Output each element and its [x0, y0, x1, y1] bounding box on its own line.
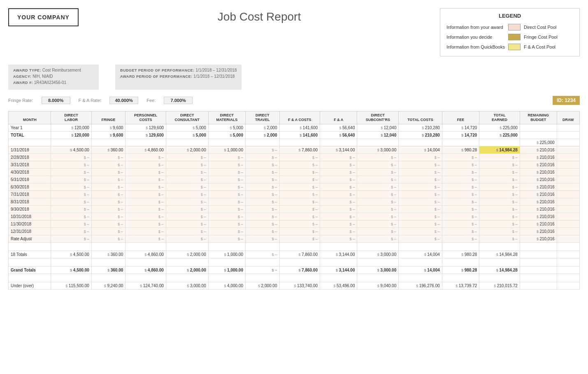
table-cell: $ – [91, 153, 126, 161]
award-number-label: AWARD #: [13, 81, 33, 85]
col-fringe: FRINGE [91, 112, 126, 124]
table-cell [399, 274, 442, 282]
table-cell: $ – [357, 228, 399, 235]
table-cell: $ 120,000 [51, 131, 91, 139]
legend-label-2: Information you decide [446, 35, 505, 39]
col-fee: FEE [442, 112, 479, 124]
table-cell [51, 242, 91, 251]
table-cell [51, 139, 91, 146]
budget-period-value: 1/1/2018 – 12/31/2018 [195, 68, 237, 72]
table-cell: $ – [245, 183, 279, 190]
legend-name-2: Fringe Cost Pool [524, 35, 573, 39]
table-cell: $ 196,276.00 [399, 282, 442, 289]
table-cell: $ – [91, 220, 126, 228]
table-cell: $ 210,280 [399, 131, 442, 139]
budget-row: $ 225,000 [9, 139, 580, 146]
table-cell: $ – [479, 220, 520, 228]
table-cell: $ – [166, 153, 208, 161]
table-cell: $ 53,496.00 [320, 282, 357, 289]
table-cell: $ – [279, 183, 320, 190]
table-cell: $ – [442, 176, 479, 183]
legend-item-1: Information from your award Direct Cost … [446, 22, 573, 32]
table-cell: $ – [279, 176, 320, 183]
award-period-value: 1/1/2018 – 12/31/2018 [193, 74, 235, 79]
table-cell: 7/31/2018 [9, 190, 51, 198]
table-cell: $ 133,740.00 [279, 282, 320, 289]
table-cell: $ – [399, 228, 442, 235]
table-cell: $ – [399, 235, 442, 242]
col-total-costs: TOTAL COSTS [399, 112, 442, 124]
table-cell [479, 242, 520, 251]
table-cell: $ 2,000.00 [166, 266, 208, 274]
table-cell: $ – [357, 205, 399, 213]
table-cell: $ 210,016 [520, 220, 557, 228]
table-cell: $ – [126, 176, 166, 183]
fa-rate-value: 40.000% [109, 97, 138, 104]
table-cell [91, 139, 126, 146]
table-cell: $ – [51, 168, 91, 176]
table-cell: $ – [442, 213, 479, 220]
table-cell: $ 141,600 [279, 131, 320, 139]
table-cell: $ 7,860.00 [279, 146, 320, 153]
table-cell: $ 360.00 [91, 146, 126, 153]
table-cell: $ 4,860.00 [126, 146, 166, 153]
table-cell [520, 131, 557, 139]
table-cell [557, 183, 579, 190]
table-cell: $ – [91, 235, 126, 242]
table-cell [126, 258, 166, 266]
legend-color-3 [508, 44, 521, 50]
table-row: Grand Totals$ 4,500.00$ 360.00$ 4,860.00… [9, 266, 580, 274]
table-cell: $ – [166, 168, 208, 176]
table-cell: $ 4,860.00 [126, 266, 166, 274]
table-cell: $ – [479, 161, 520, 168]
table-cell: $ 14,984.28 [479, 146, 520, 153]
agency-value: NIH, NIAID [33, 74, 53, 79]
table-cell: $ – [51, 153, 91, 161]
id-value: 1234 [565, 98, 576, 103]
table-cell [208, 274, 245, 282]
table-cell: $ 210,016 [520, 168, 557, 176]
table-cell: $ – [357, 213, 399, 220]
table-cell [557, 168, 579, 176]
table-row: 11/30/2018$ –$ –$ –$ –$ –$ –$ –$ –$ –$ –… [9, 220, 580, 228]
table-cell: $ 7,860.00 [279, 251, 320, 258]
table-cell: $ – [357, 183, 399, 190]
col-draw: DRAW [557, 112, 579, 124]
table-cell: $ 210,280 [399, 124, 442, 131]
table-cell: $ 225,000 [479, 131, 520, 139]
table-cell [320, 274, 357, 282]
table-cell: $ 129,600 [126, 124, 166, 131]
table-cell [9, 139, 51, 146]
table-cell: $ – [279, 190, 320, 198]
table-cell: $ 141,600 [279, 124, 320, 131]
table-cell: $ – [357, 168, 399, 176]
fringe-rate-value: 8.000% [42, 97, 70, 104]
table-cell [557, 228, 579, 235]
table-cell: $ – [279, 205, 320, 213]
table-cell [9, 274, 51, 282]
table-row: 4/30/2018$ –$ –$ –$ –$ –$ –$ –$ –$ –$ –$… [9, 168, 580, 176]
table-cell: $ – [320, 198, 357, 205]
table-cell: $ 56,640 [320, 131, 357, 139]
table-cell: $ – [91, 176, 126, 183]
table-cell: $ 115,500.00 [51, 282, 91, 289]
table-cell: 2/28/2018 [9, 153, 51, 161]
table-cell [557, 190, 579, 198]
table-cell: $ – [126, 213, 166, 220]
fee-label: Fee: [146, 98, 156, 103]
table-row: 7/31/2018$ –$ –$ –$ –$ –$ –$ –$ –$ –$ –$… [9, 190, 580, 198]
table-cell: $ – [399, 198, 442, 205]
table-cell [442, 274, 479, 282]
table-cell [557, 213, 579, 220]
table-cell: $ – [166, 176, 208, 183]
table-cell: $ – [245, 176, 279, 183]
award-block-left: AWARD TYPE: Cost Reimbursement AGENCY: N… [8, 65, 99, 90]
table-cell: $ – [208, 235, 245, 242]
table-cell: $ 9,600 [91, 124, 126, 131]
table-cell: $ – [91, 168, 126, 176]
table-cell: $ 9,240.00 [91, 282, 126, 289]
table-cell: $ – [320, 161, 357, 168]
table-cell [51, 258, 91, 266]
table-cell [357, 139, 399, 146]
table-cell: 4/30/2018 [9, 168, 51, 176]
